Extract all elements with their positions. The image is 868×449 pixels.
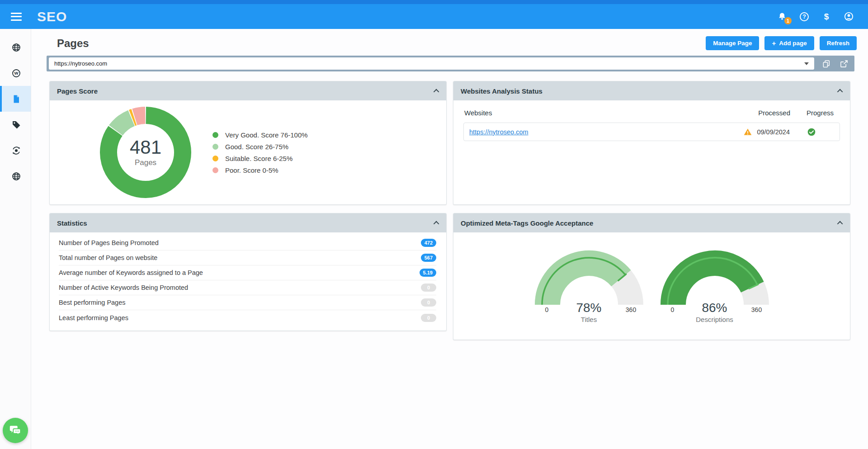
stat-label: Number of Active Keywords Being Promoted [59, 284, 421, 291]
main-content: Pages Manage Page +Add page Refresh http… [31, 29, 868, 449]
donut-total: 481 [130, 137, 161, 157]
website-select[interactable]: https://nytroseo.com [49, 57, 814, 70]
gauge-label: Titles [530, 316, 648, 323]
gauge-titles: 078%360Titles [530, 248, 648, 340]
web-icon [11, 171, 21, 181]
gauge-percent: 86% [689, 301, 740, 315]
sync-icon [11, 146, 21, 156]
sidebar-item-websites[interactable] [0, 34, 31, 60]
stat-value-badge: 567 [421, 254, 436, 262]
refresh-button[interactable]: Refresh [820, 36, 857, 50]
meta-tags-header[interactable]: Optimized Meta-Tags Google Acceptance [453, 213, 850, 232]
legend-dot [212, 132, 218, 138]
topbar-icons: 1 ? $ [776, 11, 854, 23]
legend-label: Suitable. Score 6-25% [225, 155, 292, 162]
processed-date: 09/09/2024 [757, 128, 790, 136]
gauge-min: 0 [656, 301, 689, 313]
app-logo: SEO [37, 9, 67, 24]
manage-page-button[interactable]: Manage Page [706, 36, 759, 50]
billing-dollar-icon[interactable]: $ [821, 11, 832, 23]
menu-hamburger-icon[interactable] [11, 13, 22, 21]
collapse-chevron-icon[interactable] [434, 221, 439, 227]
stat-row: Number of Active Keywords Being Promoted… [59, 280, 436, 295]
gauge-percent: 78% [564, 301, 614, 315]
pages-doc-icon [11, 94, 21, 104]
stat-value-badge: 0 [421, 298, 436, 307]
legend-item-suitable: Suitable. Score 6-25% [212, 155, 308, 162]
warning-icon [743, 128, 752, 137]
stat-value-badge: 0 [421, 284, 436, 292]
gauge-max: 360 [740, 301, 774, 313]
collapse-chevron-icon[interactable] [434, 89, 439, 95]
statistics-card: Statistics Number of Pages Being Promote… [49, 213, 447, 331]
page-title: Pages [57, 37, 89, 50]
copy-icon[interactable] [821, 59, 831, 69]
sidebar: W [0, 29, 31, 449]
cards-grid: Pages Score 481 Pages Very Good. Score 7… [49, 81, 850, 340]
stat-value-badge: 0 [421, 314, 436, 322]
sidebar-item-wordpress[interactable]: W [0, 60, 31, 86]
globe-icon [11, 43, 21, 52]
meta-tags-card: Optimized Meta-Tags Google Acceptance 07… [453, 213, 850, 340]
donut-total-label: Pages [135, 158, 156, 167]
websites-table-rows: https://nytroseo.com09/09/2024 [463, 123, 840, 141]
legend-label: Good. Score 26-75% [225, 143, 288, 151]
gauge-max: 360 [614, 301, 648, 313]
sidebar-item-keywords[interactable] [0, 112, 31, 137]
sidebar-item-analysis[interactable] [0, 137, 31, 163]
plus-icon: + [772, 39, 776, 47]
help-icon[interactable]: ? [798, 11, 810, 23]
gauge-min: 0 [530, 301, 564, 313]
stat-row: Average number of Keywords assigned to a… [59, 265, 436, 280]
chat-bubbles-icon [9, 424, 22, 437]
stat-label: Average number of Keywords assigned to a… [59, 269, 420, 276]
websites-status-card: Websites Analysis Status Websites Proces… [453, 81, 850, 205]
gauge-label: Descriptions [656, 316, 774, 323]
websites-table-header: Websites Processed Progress [463, 109, 840, 117]
gauge-descriptions: 086%360Descriptions [656, 248, 774, 340]
col-processed: Processed [731, 109, 790, 117]
chat-fab-button[interactable] [3, 418, 28, 443]
add-page-button[interactable]: +Add page [764, 36, 814, 50]
legend-item-very-good: Very Good. Score 76-100% [212, 131, 308, 139]
pages-score-header[interactable]: Pages Score [50, 81, 446, 100]
w-circle-icon: W [11, 68, 21, 78]
stat-row: Number of Pages Being Promoted472 [59, 236, 436, 250]
col-websites: Websites [464, 109, 731, 117]
websites-status-body: Websites Processed Progress https://nytr… [453, 100, 850, 204]
progress-complete-icon [807, 128, 816, 137]
open-external-icon[interactable] [839, 59, 849, 69]
chevron-down-icon [804, 62, 809, 65]
stat-row: Least performing Pages0 [59, 310, 436, 325]
statistics-header[interactable]: Statistics [50, 213, 446, 232]
topbar: SEO 1 ? $ [0, 0, 868, 29]
pages-score-body: 481 Pages Very Good. Score 76-100%Good. … [50, 100, 446, 204]
collapse-chevron-icon[interactable] [837, 89, 843, 95]
stat-label: Best performing Pages [59, 299, 421, 306]
page-head: Pages Manage Page +Add page Refresh [31, 29, 868, 55]
sidebar-item-web[interactable] [0, 163, 31, 189]
card-title: Websites Analysis Status [461, 87, 542, 95]
stat-value-badge: 5.19 [420, 269, 436, 277]
legend-item-good: Good. Score 26-75% [212, 143, 308, 151]
stat-row: Best performing Pages0 [59, 295, 436, 310]
legend-label: Poor. Score 0-5% [225, 166, 278, 174]
notification-badge: 1 [784, 17, 792, 24]
statistics-body: Number of Pages Being Promoted472Total n… [50, 232, 446, 331]
score-legend: Very Good. Score 76-100%Good. Score 26-7… [212, 131, 308, 174]
websites-status-header[interactable]: Websites Analysis Status [453, 81, 850, 100]
stat-value-badge: 472 [421, 239, 436, 247]
notifications-bell-icon[interactable]: 1 [776, 11, 788, 23]
legend-dot [212, 144, 218, 150]
stat-label: Number of Pages Being Promoted [59, 239, 421, 246]
legend-dot [212, 156, 218, 161]
sidebar-item-pages[interactable] [0, 86, 31, 112]
legend-dot [212, 167, 218, 173]
website-link[interactable]: https://nytroseo.com [469, 128, 730, 136]
user-account-icon[interactable] [843, 11, 854, 23]
collapse-chevron-icon[interactable] [837, 221, 843, 227]
stat-label: Total number of Pages on website [59, 254, 421, 261]
website-select-value: https://nytroseo.com [54, 60, 804, 67]
col-progress: Progress [790, 109, 834, 117]
stat-row: Total number of Pages on website567 [59, 250, 436, 265]
